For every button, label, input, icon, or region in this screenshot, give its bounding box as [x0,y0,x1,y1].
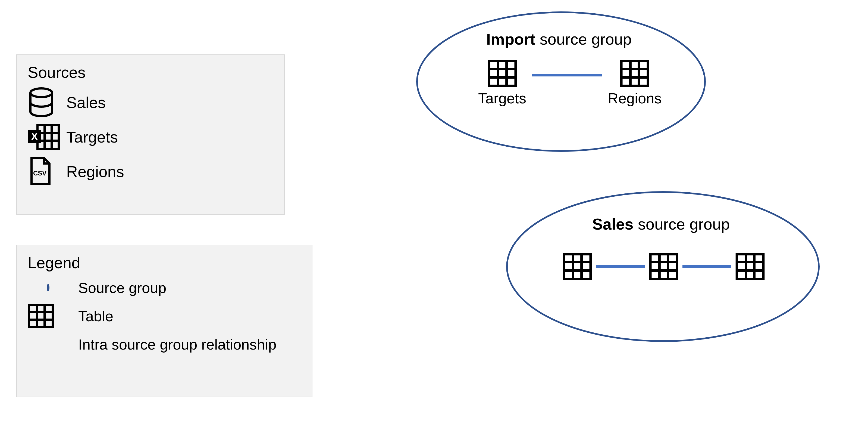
svg-text:CSV: CSV [33,169,46,177]
sales-source-group-title: Sales source group [592,215,730,233]
legend-item-source-group: Source group [28,279,301,296]
import-group-tables: Targets Regions [478,60,661,107]
legend-item-label: Table [78,308,113,325]
legend-item-table: Table [28,304,301,328]
relationship-line [532,74,602,77]
table-label: Regions [608,90,661,107]
svg-point-0 [30,88,52,97]
relationship-line [682,265,731,268]
table-icon [649,253,679,280]
legend-item-label: Source group [78,279,166,296]
table-label: Targets [478,90,526,107]
source-item-label: Targets [66,128,118,146]
source-item-targets: X Targets [28,123,273,150]
svg-rect-15 [489,61,516,86]
svg-rect-20 [621,61,648,86]
source-item-label: Regions [66,162,124,180]
table-icon [735,253,765,280]
sales-group-tables [562,253,765,280]
source-item-sales: Sales [28,87,273,117]
table-icon [28,304,68,328]
table-node-regions: Regions [608,60,661,107]
svg-rect-36 [737,254,764,279]
excel-icon: X [28,123,58,150]
ellipse-icon [28,285,68,290]
import-source-group-title-bold: Import [486,30,535,48]
sources-panel: Sources Sales X [16,54,285,215]
import-source-group-title: Import source group [486,30,632,48]
svg-rect-31 [650,254,677,279]
legend-panel: Legend Source group Table Intra source g… [16,245,312,397]
relationship-line [596,265,645,268]
svg-rect-26 [564,254,591,279]
table-icon [487,60,517,87]
table-node-targets: Targets [478,60,526,107]
table-icon [620,60,650,87]
source-item-regions: CSV Regions [28,157,273,186]
sales-source-group-title-bold: Sales [592,215,633,233]
legend-panel-title: Legend [28,254,301,272]
table-icon [562,253,592,280]
database-icon [28,87,58,117]
svg-text:X: X [31,131,38,142]
source-item-label: Sales [66,93,106,112]
import-source-group-title-rest: source group [535,30,632,48]
csv-file-icon: CSV [28,157,58,186]
legend-item-relationship: Intra source group relationship [28,336,301,353]
svg-rect-9 [29,305,53,327]
sources-panel-title: Sources [28,63,273,81]
legend-item-label: Intra source group relationship [78,336,276,353]
sales-source-group-title-rest: source group [633,215,730,233]
